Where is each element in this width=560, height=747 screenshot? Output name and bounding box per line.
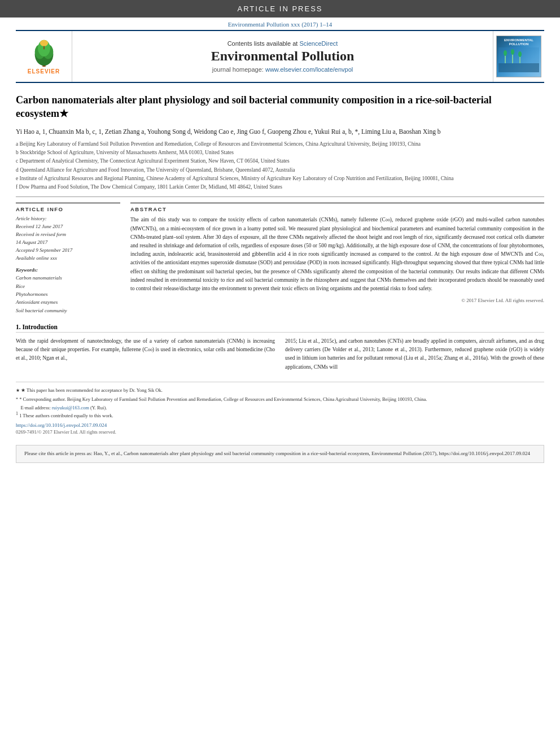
copyright-line: © 2017 Elsevier Ltd. All rights reserved… — [130, 298, 544, 303]
email-address[interactable]: ruiyukui@163.com — [52, 405, 89, 410]
elsevier-logo: ELSEVIER — [27, 39, 61, 75]
keyword-1: Carbon nanomaterials — [16, 274, 120, 282]
authors-line: Yi Hao a, 1, Chuanxin Ma b, c, 1, Zetian… — [16, 126, 544, 137]
footnote-star1: ★ ★ This paper has been recommended for … — [16, 387, 544, 394]
available-online: Available online xxx — [16, 255, 120, 263]
authors-text: Yi Hao a, 1, Chuanxin Ma b, c, 1, Zetian… — [16, 128, 441, 135]
article-body: Carbon nanomaterials alter plant physiol… — [0, 83, 560, 469]
intro-col-left: With the rapid development of nanotechno… — [16, 337, 275, 372]
section-number: 1. — [16, 324, 21, 330]
banner-text: ARTICLE IN PRESS — [238, 5, 323, 13]
svg-point-12 — [511, 49, 514, 55]
article-info-header: ARTICLE INFO — [16, 203, 120, 212]
page-wrapper: ARTICLE IN PRESS Environmental Pollution… — [0, 0, 560, 747]
abstract-col: ABSTRACT The aim of this study was to co… — [130, 203, 544, 314]
homepage-url[interactable]: www.elsevier.com/locate/envpol — [265, 66, 353, 73]
journal-cover-right: ENVIRONMENTALPOLLUTION — [493, 31, 544, 82]
svg-point-5 — [40, 40, 48, 46]
elsevier-wordmark: ELSEVIER — [28, 68, 60, 75]
svg-rect-8 — [498, 63, 539, 72]
article-info-col: ARTICLE INFO Article history: Received 1… — [16, 203, 120, 314]
affiliation-d: d Queensland Alliance for Agriculture an… — [16, 166, 544, 174]
journal-ref-text: Environmental Pollution xxx (2017) 1–14 — [228, 21, 333, 28]
footnote-area: ★ ★ This paper has been recommended for … — [16, 382, 544, 440]
sciencedirect-link[interactable]: ScienceDirect — [299, 40, 338, 47]
journal-title: Environmental Pollution — [211, 49, 355, 64]
homepage-label: journal homepage: — [212, 66, 264, 73]
journal-center: Contents lists available at ScienceDirec… — [72, 31, 493, 82]
intro-col2-text: 2015; Liu et al., 2015c), and carbon nan… — [285, 338, 544, 370]
abstract-header: ABSTRACT — [130, 203, 544, 212]
svg-point-10 — [504, 50, 507, 56]
intro-col1-text: With the rapid development of nanotechno… — [16, 338, 275, 361]
email-label: E-mail address: — [21, 405, 51, 410]
affiliation-a: a Beijing Key Laboratory of Farmland Soi… — [16, 140, 544, 148]
doi-text[interactable]: https://doi.org/10.1016/j.envpol.2017.09… — [16, 422, 107, 428]
introduction-section: 1. Introduction With the rapid developme… — [16, 324, 544, 372]
cover-title: ENVIRONMENTALPOLLUTION — [504, 38, 533, 46]
divider-1 — [16, 196, 544, 197]
revised-label: Received in revised form — [16, 231, 120, 239]
journal-header: ELSEVIER Contents lists available at Sci… — [16, 30, 544, 83]
journal-ref-line: Environmental Pollution xxx (2017) 1–14 — [0, 18, 560, 30]
accepted: Accepted 9 September 2017 — [16, 247, 120, 255]
section-title: Introduction — [23, 324, 58, 330]
keyword-3: Phytohormones — [16, 290, 120, 298]
email-line: E-mail address: ruiyukui@163.com (Y. Rui… — [16, 405, 544, 410]
svg-point-14 — [518, 51, 522, 57]
footnote-1: 1 1 These authors contributed equally to… — [16, 410, 544, 420]
affiliation-c: c Department of Analytical Chemistry, Th… — [16, 157, 544, 165]
cover-image-svg — [498, 47, 539, 72]
keywords-list: Carbon nanomaterials Rice Phytohormones … — [16, 274, 120, 314]
issn-line: 0269-7491/© 2017 Elsevier Ltd. All right… — [16, 429, 544, 435]
article-info-history: Article history: Received 12 June 2017 R… — [16, 215, 120, 263]
affiliation-f: f Dow Pharma and Food Solution, The Dow … — [16, 183, 544, 191]
keyword-4: Antioxidant enzymes — [16, 298, 120, 306]
elsevier-tree-icon — [27, 39, 61, 67]
article-in-press-banner: ARTICLE IN PRESS — [0, 0, 560, 18]
intro-content: With the rapid development of nanotechno… — [16, 337, 544, 372]
abstract-text: The aim of this study was to compare the… — [130, 216, 544, 293]
article-title: Carbon nanomaterials alter plant physiol… — [16, 93, 544, 121]
intro-col-right: 2015; Liu et al., 2015c), and carbon nan… — [285, 337, 544, 372]
received: Received 12 June 2017 — [16, 223, 120, 231]
history-label: Article history: — [16, 215, 120, 223]
affiliations: a Beijing Key Laboratory of Farmland Soi… — [16, 140, 544, 191]
doi-line: https://doi.org/10.1016/j.envpol.2017.09… — [16, 422, 544, 428]
homepage-line: journal homepage: www.elsevier.com/locat… — [212, 66, 353, 73]
section-header-intro: 1. Introduction — [16, 324, 544, 333]
elsevier-logo-area: ELSEVIER — [16, 31, 72, 82]
keywords-header: Keywords: — [16, 267, 120, 273]
email-person: (Y. Rui). — [90, 405, 107, 410]
keyword-5: Soil bacterial community — [16, 307, 120, 314]
affiliation-b: b Stockbridge School of Agriculture, Uni… — [16, 148, 544, 156]
citation-box: Please cite this article in press as: Ha… — [16, 445, 544, 463]
contents-line: Contents lists available at ScienceDirec… — [228, 40, 338, 47]
footnote-star2: * * Corresponding author. Beijing Key La… — [16, 396, 544, 403]
keyword-2: Rice — [16, 282, 120, 290]
citation-text: Please cite this article in press as: Ha… — [24, 451, 530, 456]
affiliation-e: e Institute of Agricultural Resources an… — [16, 174, 544, 182]
info-abstract-section: ARTICLE INFO Article history: Received 1… — [16, 203, 544, 314]
contents-text: Contents lists available at — [228, 40, 298, 47]
revised-date: 14 August 2017 — [16, 239, 120, 247]
journal-cover-image: ENVIRONMENTALPOLLUTION — [496, 36, 541, 77]
